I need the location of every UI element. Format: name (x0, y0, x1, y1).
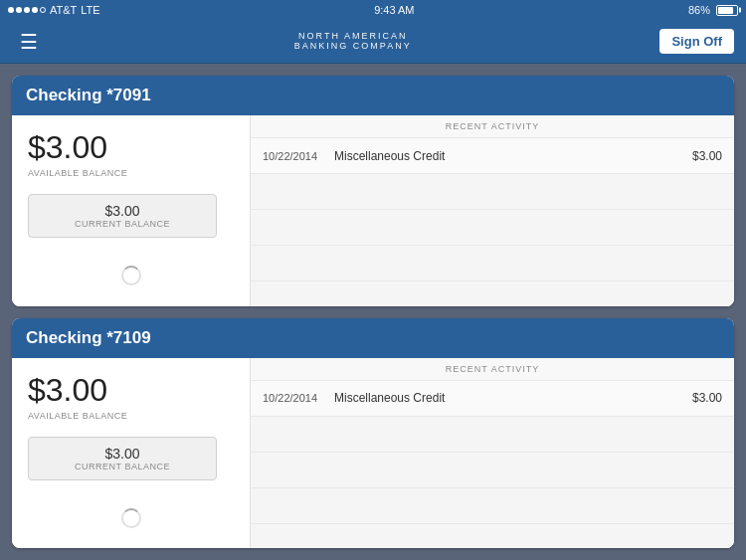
loading-spinner (28, 498, 234, 538)
activity-row (251, 246, 734, 281)
signal-dot-1 (8, 7, 14, 13)
activity-row (251, 210, 734, 246)
nav-title-line2: Banking Company (294, 42, 412, 52)
account-card-1: Checking *7091 $3.00 AVAILABLE BALANCE $… (12, 76, 734, 306)
account-title: Checking *7109 (26, 328, 151, 347)
card-right-panel: RECENT ACTIVITY 10/22/2014 Miscellaneous… (251, 115, 734, 306)
card-left-panel: $3.00 AVAILABLE BALANCE $3.00 CURRENT BA… (12, 115, 251, 306)
carrier-label: AT&T (50, 4, 77, 16)
spinner-icon (121, 266, 141, 285)
current-balance-label: CURRENT BALANCE (41, 462, 204, 471)
activity-date: 10/22/2014 (263, 150, 334, 162)
available-balance-label: AVAILABLE BALANCE (28, 411, 234, 421)
activity-description: Miscellaneous Credit (334, 149, 692, 163)
sign-off-button[interactable]: Sign Off (659, 29, 734, 54)
account-card-2: Checking *7109 $3.00 AVAILABLE BALANCE $… (12, 318, 734, 549)
activity-amount: $3.00 (692, 391, 722, 405)
signal-dot-3 (24, 7, 30, 13)
available-balance-amount: $3.00 (28, 372, 234, 409)
activity-row[interactable]: 10/22/2014 Miscellaneous Credit $3.00 (251, 381, 734, 417)
activity-date: 10/22/2014 (263, 392, 334, 404)
nav-bar: ☰ North American Banking Company Sign Of… (0, 20, 746, 64)
battery-fill (718, 7, 733, 14)
status-right: 86% (688, 4, 738, 16)
recent-activity-header: RECENT ACTIVITY (251, 115, 734, 138)
activity-row (251, 488, 734, 524)
signal-dots (8, 7, 46, 13)
battery-percent: 86% (688, 4, 710, 16)
card-body: $3.00 AVAILABLE BALANCE $3.00 CURRENT BA… (12, 358, 734, 549)
network-label: LTE (81, 4, 99, 16)
current-balance-amount: $3.00 (41, 446, 204, 462)
nav-title: North American Banking Company (294, 32, 412, 52)
time-label: 9:43 AM (374, 4, 414, 16)
card-header: Checking *7109 (12, 318, 734, 358)
signal-dot-4 (32, 7, 38, 13)
main-content: Checking *7091 $3.00 AVAILABLE BALANCE $… (0, 64, 746, 560)
status-bar: AT&T LTE 9:43 AM 86% (0, 0, 746, 20)
loading-spinner (28, 256, 234, 295)
current-balance-button[interactable]: $3.00 CURRENT BALANCE (28, 194, 217, 238)
current-balance-button[interactable]: $3.00 CURRENT BALANCE (28, 437, 217, 480)
card-header: Checking *7091 (12, 76, 734, 115)
available-balance-amount: $3.00 (28, 129, 234, 166)
activity-row (251, 453, 734, 488)
card-right-panel: RECENT ACTIVITY 10/22/2014 Miscellaneous… (251, 358, 734, 549)
activity-row[interactable]: 10/22/2014 Miscellaneous Credit $3.00 (251, 138, 734, 174)
current-balance-amount: $3.00 (41, 203, 204, 219)
activity-row (251, 174, 734, 210)
activity-row (251, 524, 734, 549)
battery-icon (716, 5, 738, 16)
menu-button[interactable]: ☰ (12, 28, 46, 56)
account-title: Checking *7091 (26, 86, 151, 104)
spinner-icon (121, 508, 141, 528)
activity-row (251, 281, 734, 306)
card-left-panel: $3.00 AVAILABLE BALANCE $3.00 CURRENT BA… (12, 358, 251, 549)
status-left: AT&T LTE (8, 4, 100, 16)
signal-dot-2 (16, 7, 22, 13)
available-balance-label: AVAILABLE BALANCE (28, 168, 234, 178)
card-body: $3.00 AVAILABLE BALANCE $3.00 CURRENT BA… (12, 115, 734, 306)
activity-amount: $3.00 (692, 149, 722, 163)
current-balance-label: CURRENT BALANCE (41, 219, 204, 229)
signal-dot-5 (40, 7, 46, 13)
activity-row (251, 417, 734, 453)
activity-description: Miscellaneous Credit (334, 391, 692, 405)
recent-activity-header: RECENT ACTIVITY (251, 358, 734, 381)
